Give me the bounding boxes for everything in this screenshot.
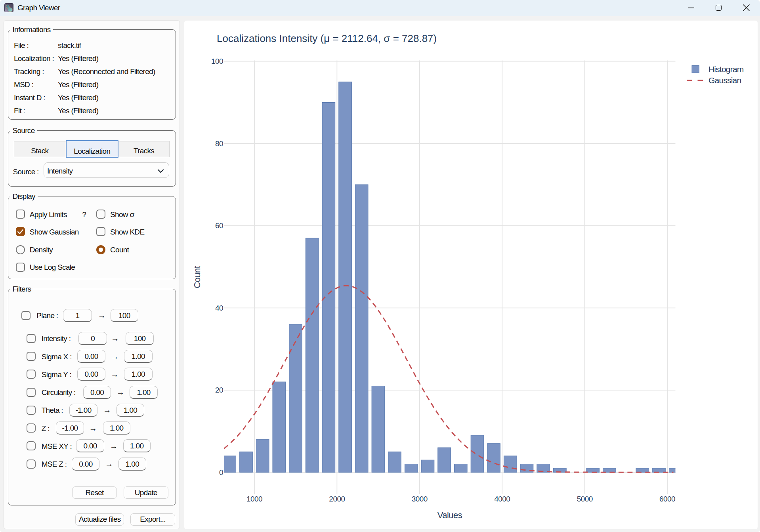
svg-text:60: 60 [215,221,223,230]
svg-text:Gaussian: Gaussian [708,76,741,85]
svg-text:6000: 6000 [659,495,675,503]
svg-text:5000: 5000 [577,495,593,503]
svg-text:4000: 4000 [494,495,510,503]
svg-text:100: 100 [211,57,223,65]
svg-text:1000: 1000 [246,495,262,503]
svg-text:Count: Count [192,266,202,288]
svg-text:Histogram: Histogram [708,65,744,74]
svg-text:20: 20 [215,386,223,394]
svg-text:2000: 2000 [329,495,345,503]
svg-text:3000: 3000 [412,495,428,503]
svg-text:0: 0 [219,468,223,477]
svg-text:40: 40 [215,304,223,312]
svg-text:Localizations Intensity (μ = 2: Localizations Intensity (μ = 2112.64, σ … [217,32,437,44]
svg-text:Values: Values [437,510,462,520]
svg-text:80: 80 [215,139,223,148]
